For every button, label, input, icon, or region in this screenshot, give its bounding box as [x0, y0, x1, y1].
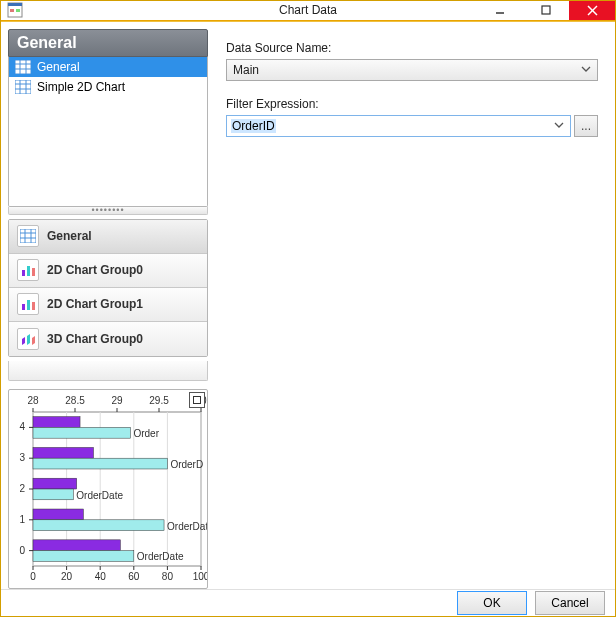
app-icon — [1, 2, 29, 18]
svg-text:2: 2 — [19, 483, 25, 494]
resize-grip[interactable]: •••••••• — [8, 207, 208, 215]
svg-text:OrderDate: OrderDate — [76, 489, 123, 500]
svg-text:4: 4 — [19, 421, 25, 432]
data-source-value: Main — [233, 63, 259, 77]
svg-rect-1 — [8, 3, 22, 6]
svg-text:29.5: 29.5 — [149, 395, 169, 406]
svg-rect-5 — [542, 6, 550, 14]
svg-text:OrderD: OrderD — [170, 459, 203, 470]
content-panel: Data Source Name: Main Filter Expression… — [208, 29, 608, 589]
bar-chart-icon — [17, 259, 39, 281]
sidebar-tree: General Simple 2D Chart — [8, 57, 208, 207]
svg-rect-78 — [33, 489, 73, 500]
svg-marker-29 — [22, 337, 25, 345]
tree-item-label: Simple 2D Chart — [37, 80, 125, 94]
grid-icon — [15, 60, 31, 74]
bar-chart-3d-icon — [17, 328, 39, 350]
nav-general[interactable]: General — [9, 220, 207, 254]
nav-2d-group0[interactable]: 2D Chart Group0 — [9, 254, 207, 288]
svg-text:1: 1 — [19, 513, 25, 524]
svg-rect-83 — [33, 416, 80, 427]
nav-label: 3D Chart Group0 — [47, 332, 143, 346]
svg-rect-74 — [33, 509, 83, 520]
filter-expression-input[interactable]: OrderID — [226, 115, 571, 137]
svg-text:0: 0 — [30, 571, 36, 582]
data-source-select[interactable]: Main — [226, 59, 598, 81]
svg-rect-27 — [27, 300, 30, 310]
cancel-button[interactable]: Cancel — [535, 591, 605, 615]
nav-3d-group0[interactable]: 3D Chart Group0 — [9, 322, 207, 356]
nav-group: General 2D Chart Group0 2D Chart Group1 … — [8, 219, 208, 357]
tree-item-simple-2d-chart[interactable]: Simple 2D Chart — [9, 77, 207, 97]
expression-builder-button[interactable]: ... — [574, 115, 598, 137]
chevron-down-icon — [581, 64, 591, 74]
svg-rect-28 — [32, 302, 35, 310]
svg-text:3: 3 — [19, 452, 25, 463]
svg-rect-77 — [33, 478, 77, 489]
svg-rect-75 — [33, 519, 164, 530]
svg-text:20: 20 — [61, 571, 73, 582]
svg-rect-72 — [33, 550, 134, 561]
tree-item-label: General — [37, 60, 80, 74]
svg-text:OrderDate: OrderDate — [137, 551, 184, 562]
nav-label: 2D Chart Group0 — [47, 263, 143, 277]
svg-rect-81 — [33, 458, 167, 469]
grid-icon — [15, 80, 31, 94]
svg-rect-18 — [20, 229, 36, 243]
svg-rect-80 — [33, 447, 93, 458]
data-source-label: Data Source Name: — [226, 41, 598, 55]
nav-2d-group1[interactable]: 2D Chart Group1 — [9, 288, 207, 322]
svg-rect-26 — [22, 304, 25, 310]
svg-text:28.5: 28.5 — [65, 395, 85, 406]
svg-rect-3 — [16, 9, 20, 12]
svg-text:Order: Order — [133, 428, 159, 439]
preview-glyph-icon — [189, 392, 205, 408]
filter-label: Filter Expression: — [226, 97, 598, 111]
svg-text:29: 29 — [111, 395, 123, 406]
svg-text:0: 0 — [19, 544, 25, 555]
chart-preview: 0204060801002828.52929.53001234OrderDate… — [8, 389, 208, 589]
sidebar-panel-title: General — [8, 29, 208, 57]
svg-text:28: 28 — [27, 395, 39, 406]
chart-data-dialog: Chart Data General General Simple 2D Cha… — [0, 0, 616, 617]
dialog-footer: OK Cancel — [1, 589, 615, 616]
svg-text:40: 40 — [95, 571, 107, 582]
ellipsis-label: ... — [581, 119, 591, 133]
svg-text:100: 100 — [193, 571, 207, 582]
svg-rect-71 — [33, 539, 120, 550]
svg-rect-13 — [15, 80, 31, 94]
svg-rect-23 — [22, 270, 25, 276]
maximize-button[interactable] — [523, 1, 569, 20]
svg-rect-25 — [32, 268, 35, 276]
svg-marker-31 — [32, 336, 35, 345]
svg-text:80: 80 — [162, 571, 174, 582]
chevron-down-icon — [554, 120, 564, 130]
nav-filler — [8, 361, 208, 381]
svg-rect-8 — [15, 60, 31, 74]
svg-rect-2 — [10, 9, 14, 12]
titlebar: Chart Data — [1, 1, 615, 21]
bar-chart-icon — [17, 293, 39, 315]
svg-text:60: 60 — [128, 571, 140, 582]
svg-rect-84 — [33, 427, 130, 438]
svg-rect-24 — [27, 266, 30, 276]
filter-value: OrderID — [231, 119, 276, 133]
nav-label: 2D Chart Group1 — [47, 297, 143, 311]
tree-item-general[interactable]: General — [9, 57, 207, 77]
close-button[interactable] — [569, 1, 615, 20]
svg-text:OrderDate: OrderDate — [167, 520, 207, 531]
svg-marker-30 — [27, 334, 30, 345]
nav-label: General — [47, 229, 92, 243]
ok-button[interactable]: OK — [457, 591, 527, 615]
grid-icon — [17, 225, 39, 247]
sidebar: General General Simple 2D Chart •••••••• — [8, 29, 208, 589]
minimize-button[interactable] — [477, 1, 523, 20]
